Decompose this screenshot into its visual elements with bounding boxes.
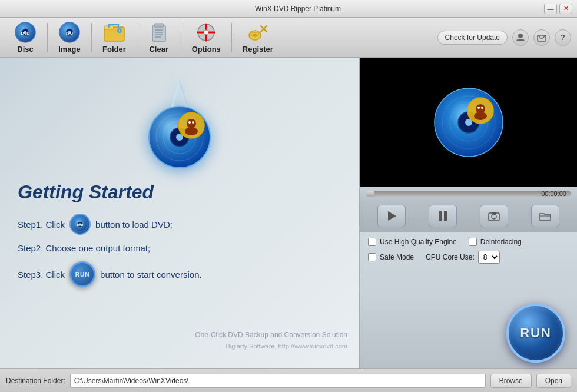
getting-started-title: Getting Started: [18, 181, 341, 203]
register-button[interactable]: Register: [234, 18, 281, 57]
progress-bar-area: 00:00:00: [360, 187, 577, 200]
watermark-2: Digiarty Software, http://www.winxdvd.co…: [226, 343, 347, 350]
svg-marker-57: [388, 211, 396, 221]
preview-dvd-icon: [430, 84, 507, 161]
register-icon: [247, 21, 269, 44]
svg-rect-59: [444, 211, 447, 221]
step1-line: Step1. Click DVD button to load DVD;: [18, 214, 341, 235]
image-button[interactable]: ISO Image: [50, 18, 89, 57]
progress-fill: [366, 191, 374, 197]
right-panel: 00:00:00: [359, 58, 577, 368]
option-row-1: Use High Quality Engine Deinterlacing: [368, 238, 569, 246]
step3-text-before: Step3. Click: [18, 270, 65, 280]
open-folder-button[interactable]: [531, 205, 559, 227]
step2-text: Step2. Choose one output format;: [18, 243, 150, 253]
svg-point-41: [188, 121, 191, 124]
safe-mode-checkbox[interactable]: [368, 253, 376, 261]
run-icon-label: RUN: [75, 271, 90, 278]
svg-point-40: [185, 127, 198, 135]
left-panel: Getting Started Step1. Click DVD button …: [0, 58, 359, 368]
cpu-core-option: CPU Core Use: 1 2 4 8: [426, 251, 500, 264]
deinterlacing-checkbox[interactable]: [469, 238, 477, 246]
svg-rect-62: [492, 212, 496, 214]
user-icon: [516, 33, 525, 42]
step1-text-after: button to load DVD;: [95, 220, 173, 230]
image-icon: ISO: [58, 21, 81, 44]
step1-text-before: Step1. Click: [18, 220, 65, 230]
svg-text:ISO: ISO: [66, 31, 74, 35]
minimize-button[interactable]: —: [544, 4, 557, 14]
step1-disc-icon: DVD: [69, 214, 91, 235]
title-bar: WinX DVD Ripper Platinum — ✕: [0, 0, 577, 18]
run-button[interactable]: RUN: [506, 304, 565, 363]
user-button[interactable]: [512, 29, 529, 46]
safe-mode-option: Safe Mode: [368, 253, 414, 261]
steps-area: Step1. Click DVD button to load DVD; Ste…: [18, 214, 341, 287]
svg-point-56: [481, 107, 483, 109]
svg-point-61: [492, 214, 496, 219]
dvd-logo-area: [18, 69, 341, 181]
svg-point-42: [192, 121, 194, 124]
svg-rect-58: [439, 211, 442, 221]
mail-icon: [537, 33, 546, 42]
step3-run-icon: RUN: [69, 261, 95, 287]
svg-point-30: [518, 34, 523, 38]
separator-4: [181, 23, 181, 52]
watermark-1: One-Click DVD Backup and Conversion Solu…: [195, 331, 347, 339]
cpu-core-label: CPU Core Use:: [426, 253, 475, 261]
cpu-core-select[interactable]: 1 2 4 8: [478, 251, 500, 264]
pause-icon: [437, 210, 449, 222]
separator-2: [91, 23, 92, 52]
svg-point-39: [187, 119, 196, 128]
progress-time: 00:00:00: [541, 190, 566, 197]
svg-point-54: [474, 112, 487, 120]
toolbar: DVD Disc ISO Image: [0, 18, 577, 58]
play-icon: [386, 210, 397, 222]
options-label: Options: [192, 45, 221, 54]
folder-icon: +: [103, 21, 125, 44]
playback-controls: [360, 200, 577, 232]
play-button[interactable]: [377, 205, 406, 227]
register-label: Register: [243, 45, 273, 54]
step3-line: Step3. Click RUN button to start convers…: [18, 261, 341, 287]
option-row-2: Safe Mode CPU Core Use: 1 2 4 8: [368, 251, 569, 264]
svg-text:DVD: DVD: [21, 31, 30, 35]
svg-point-24: [204, 30, 208, 35]
window-title: WinX DVD Ripper Platinum: [52, 5, 544, 13]
folder-button[interactable]: + Folder: [94, 18, 134, 57]
disc-button[interactable]: DVD Disc: [6, 18, 45, 57]
check-update-button[interactable]: Check for Update: [437, 31, 508, 45]
disc-label: Disc: [17, 45, 33, 54]
pause-button[interactable]: [429, 205, 457, 227]
destination-label: Destination Folder:: [6, 377, 65, 385]
destination-input[interactable]: [70, 374, 486, 388]
clear-button[interactable]: Clear: [140, 18, 178, 57]
high-quality-label: Use High Quality Engine: [380, 238, 457, 246]
options-area: Use High Quality Engine Deinterlacing Sa…: [360, 232, 577, 298]
separator-3: [137, 23, 137, 52]
clear-icon: [148, 21, 170, 44]
safe-mode-label: Safe Mode: [380, 253, 414, 261]
folder-label: Folder: [102, 45, 126, 54]
browse-button[interactable]: Browse: [490, 374, 532, 388]
progress-track[interactable]: 00:00:00: [366, 191, 571, 197]
separator-5: [231, 23, 232, 52]
disc-icon: DVD: [14, 21, 37, 44]
step3-text-after: button to start conversion.: [100, 270, 202, 280]
options-button[interactable]: Options: [184, 18, 229, 57]
mail-button[interactable]: [533, 29, 550, 46]
window-controls: — ✕: [544, 4, 572, 14]
screenshot-button[interactable]: [480, 205, 508, 227]
dvd-logo: [130, 75, 230, 170]
high-quality-checkbox[interactable]: [368, 238, 376, 246]
close-button[interactable]: ✕: [559, 4, 572, 14]
help-button[interactable]: ?: [555, 29, 571, 46]
svg-point-27: [253, 34, 257, 37]
open-button[interactable]: Open: [536, 374, 571, 388]
separator-1: [47, 23, 48, 52]
image-label: Image: [58, 45, 81, 54]
svg-rect-15: [152, 26, 165, 41]
svg-text:+: +: [118, 28, 121, 34]
toolbar-right: Check for Update ?: [437, 29, 571, 46]
bottom-bar: Destination Folder: Browse Open: [0, 368, 577, 392]
